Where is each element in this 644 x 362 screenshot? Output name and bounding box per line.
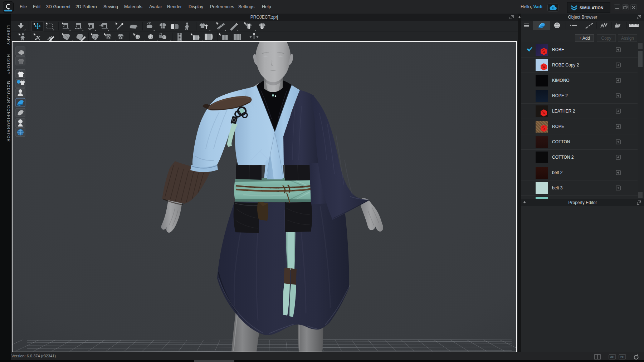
svg-text:2D: 2D [620,355,625,359]
svg-text:3D: 3D [610,355,615,359]
